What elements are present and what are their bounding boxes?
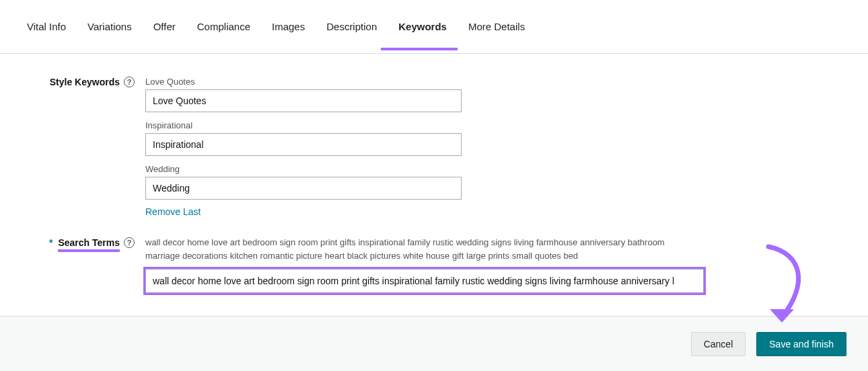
style-keyword-sublabel: Wedding	[145, 164, 711, 174]
search-terms-helper: wall decor home love art bedroom sign ro…	[145, 236, 677, 262]
help-icon[interactable]: ?	[124, 237, 135, 248]
highlight-underline	[58, 249, 120, 252]
tab-description[interactable]: Description	[326, 11, 377, 42]
style-keyword-input-3[interactable]	[145, 177, 462, 200]
style-keywords-inputs: Love Quotes Inspirational Wedding Remove…	[145, 75, 711, 217]
style-keywords-label: Style Keywords	[50, 77, 120, 87]
tab-offer[interactable]: Offer	[153, 11, 176, 42]
style-keyword-input-1[interactable]	[145, 89, 462, 112]
search-terms-input[interactable]	[145, 269, 704, 293]
style-keyword-sublabel: Love Quotes	[145, 77, 711, 87]
tab-keywords[interactable]: Keywords	[398, 11, 447, 42]
search-terms-label-col: * Search Terms ?	[27, 236, 145, 248]
style-keywords-label-col: Style Keywords ?	[27, 75, 145, 87]
required-star-icon: *	[49, 237, 52, 248]
remove-last-link[interactable]: Remove Last	[145, 206, 711, 217]
tab-images[interactable]: Images	[272, 11, 305, 42]
footer-bar: Cancel Save and finish	[0, 316, 868, 371]
cancel-button[interactable]: Cancel	[691, 332, 746, 356]
style-keyword-input-2[interactable]	[145, 133, 462, 156]
save-and-finish-button[interactable]: Save and finish	[756, 332, 846, 356]
tab-variations[interactable]: Variations	[87, 11, 132, 42]
tab-vital-info[interactable]: Vital Info	[27, 11, 66, 42]
search-terms-inputs: wall decor home love art bedroom sign ro…	[145, 236, 711, 293]
style-keywords-row: Style Keywords ? Love Quotes Inspiration…	[27, 75, 841, 217]
help-icon[interactable]: ?	[124, 77, 135, 87]
tabs-bar: Vital Info Variations Offer Compliance I…	[0, 0, 868, 54]
content-area: Style Keywords ? Love Quotes Inspiration…	[0, 54, 868, 293]
style-keyword-sublabel: Inspirational	[145, 120, 711, 130]
search-terms-row: * Search Terms ? wall decor home love ar…	[27, 236, 841, 293]
tab-more-details[interactable]: More Details	[468, 11, 525, 42]
search-terms-label: Search Terms	[58, 237, 120, 248]
tab-compliance[interactable]: Compliance	[197, 11, 250, 42]
